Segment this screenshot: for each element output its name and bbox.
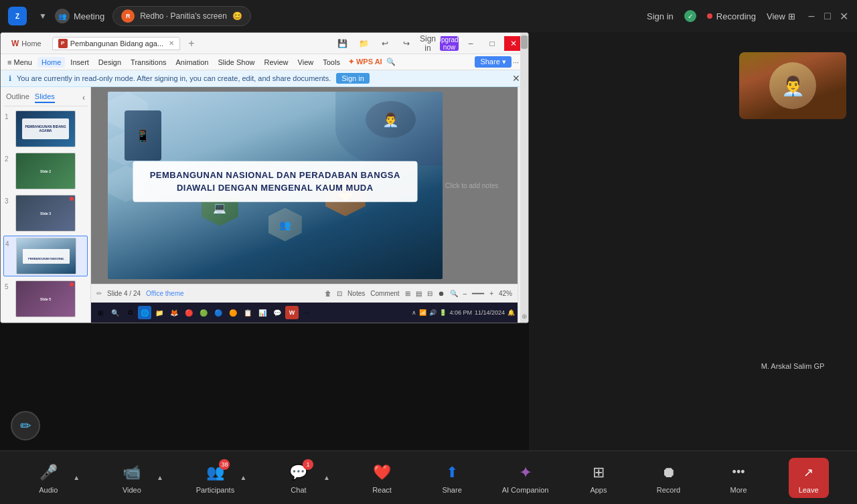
participants-icon-wrap: 👥 38: [204, 462, 226, 483]
start-btn[interactable]: ⊞: [94, 306, 107, 319]
chat-button[interactable]: 💬 1 Chat: [279, 462, 319, 494]
file-explorer-icon[interactable]: 📁: [153, 306, 166, 319]
app-icon-6[interactable]: 📋: [241, 306, 254, 319]
recording-label: Recording: [716, 11, 756, 21]
task-view-btn[interactable]: ⧉: [123, 306, 137, 319]
audio-button[interactable]: 🎤 Audio: [28, 462, 68, 494]
app-icon-wps[interactable]: W: [285, 306, 299, 319]
app-icon-5[interactable]: 🟠: [226, 306, 240, 319]
participants-dropdown[interactable]: ▲: [238, 471, 248, 485]
view-button[interactable]: View ⊞: [767, 11, 795, 21]
wps-toolbar-save[interactable]: 💾: [333, 36, 352, 51]
list-item[interactable]: 2 Slide 2: [3, 151, 88, 191]
meeting-button[interactable]: 👥 Meeting: [55, 9, 104, 23]
wps-ribbon-more[interactable]: ···: [513, 58, 519, 66]
app-icon-3[interactable]: 🟢: [197, 306, 210, 319]
wps-menu-slideshow[interactable]: Slide Show: [214, 57, 258, 68]
wps-maximize-btn[interactable]: □: [483, 36, 501, 51]
screen-share-emoji: 😊: [232, 11, 242, 21]
wps-toolbar-redo[interactable]: ↪: [397, 36, 416, 51]
apps-button[interactable]: ⊞ Apps: [578, 462, 619, 494]
leave-button[interactable]: ↗ Leave: [789, 458, 829, 498]
app-icon-1[interactable]: 🦊: [167, 306, 181, 319]
close-button[interactable]: ✕: [838, 11, 849, 21]
panel-tab-slides[interactable]: Slides: [35, 92, 55, 103]
zoom-icon[interactable]: 🔍: [450, 290, 458, 297]
pencil-float-button[interactable]: ✏: [11, 411, 40, 440]
zoom-in-icon[interactable]: +: [489, 290, 493, 297]
wps-menu-animation[interactable]: Animation: [172, 57, 213, 68]
list-item[interactable]: 1 PEMBANGUNAN BIDANG AGAMA: [3, 109, 88, 149]
audio-dropdown[interactable]: ▲: [71, 471, 82, 485]
list-item[interactable]: 3 Slide 3: [3, 193, 88, 233]
wps-menu-review[interactable]: Review: [260, 57, 292, 68]
add-tab-icon[interactable]: +: [185, 37, 197, 50]
comment-btn[interactable]: Comment: [370, 290, 399, 297]
app-dropdown-icon[interactable]: ▼: [39, 11, 47, 21]
wps-menu-menu[interactable]: ≡ Menu: [3, 57, 36, 68]
info-close-btn[interactable]: ✕: [512, 73, 520, 84]
view-grid-icon[interactable]: ⊞: [405, 290, 410, 297]
delete-icon[interactable]: 🗑: [325, 290, 331, 297]
video-icon: 📹: [121, 462, 143, 483]
notes-btn[interactable]: Notes: [347, 290, 365, 297]
click-to-add-notes[interactable]: Click to add notes: [443, 179, 501, 192]
video-dropdown[interactable]: ▲: [155, 471, 165, 485]
wps-share-btn[interactable]: Share ▾: [475, 56, 511, 68]
crop-icon[interactable]: ⊡: [337, 290, 342, 297]
record-icon-bar[interactable]: ⏺: [438, 290, 445, 297]
add-slide-btn[interactable]: +: [3, 321, 88, 323]
edit-icon: ✏: [96, 290, 102, 297]
zoom-out-icon[interactable]: –: [463, 290, 467, 297]
screen-share-pill[interactable]: R Redho · Panitia's screen 😊: [112, 6, 251, 26]
more-button[interactable]: ••• More: [718, 462, 759, 494]
wps-menu-home[interactable]: Home: [37, 57, 65, 68]
video-button[interactable]: 📹 Video: [112, 462, 152, 494]
ai-companion-button[interactable]: ✦ AI Companion: [502, 462, 549, 494]
minimize-button[interactable]: –: [806, 11, 817, 21]
info-sign-in-btn[interactable]: Sign in: [336, 73, 370, 84]
slide-presenter-icon[interactable]: ⊟: [427, 290, 433, 297]
app-icon-4[interactable]: 🔵: [212, 306, 225, 319]
slide-thumb-3: Slide 3: [15, 195, 76, 232]
office-theme-link[interactable]: Office theme: [146, 290, 184, 297]
sign-in-button[interactable]: Sign in: [647, 11, 674, 21]
taskbar-notification[interactable]: 🔔: [508, 309, 515, 316]
search-taskbar-btn[interactable]: 🔍: [108, 306, 122, 319]
wps-menu-view[interactable]: View: [294, 57, 318, 68]
wps-presentation-tab[interactable]: P Pembangunan Bidang aga... ✕: [52, 37, 180, 50]
edge-icon[interactable]: 🌐: [138, 306, 151, 319]
app-icon-7[interactable]: 📊: [256, 306, 269, 319]
slide-image-2: 📱: [125, 110, 161, 161]
wps-toolbar-open[interactable]: 📁: [354, 36, 373, 51]
list-item[interactable]: 4 PEMBANGUNAN NASIONAL: [3, 236, 88, 276]
list-item[interactable]: 5 Slide 5: [3, 279, 88, 319]
zoom-slider[interactable]: ━━━: [472, 290, 484, 297]
wps-menu-transitions[interactable]: Transitions: [127, 57, 170, 68]
taskbar-chevron-up[interactable]: ∧: [412, 309, 416, 316]
record-button[interactable]: ⏺ Record: [649, 462, 689, 494]
wps-menu-design[interactable]: Design: [94, 57, 125, 68]
share-button[interactable]: ⬆ Share: [432, 462, 472, 494]
maximize-button[interactable]: □: [822, 11, 833, 21]
wps-tab-home[interactable]: W Home: [6, 37, 47, 50]
participants-button[interactable]: 👥 38 Participants: [195, 462, 235, 494]
app-icon-more[interactable]: ···: [300, 306, 313, 319]
panel-toggle-btn[interactable]: ‹: [82, 92, 85, 103]
chat-dropdown[interactable]: ▲: [321, 471, 332, 485]
close-tab-icon[interactable]: ✕: [169, 39, 174, 47]
panel-tab-outline[interactable]: Outline: [6, 92, 29, 103]
slide-thumb-1: PEMBANGUNAN BIDANG AGAMA: [15, 110, 76, 147]
wps-search-btn[interactable]: 🔍: [386, 58, 396, 66]
wps-ai-label[interactable]: ✦ WPS AI: [348, 58, 382, 66]
react-button[interactable]: ❤️ React: [362, 462, 402, 494]
wps-toolbar-undo[interactable]: ↩: [376, 36, 394, 51]
wps-sign-in[interactable]: Sign in: [418, 36, 437, 51]
app-icon-2[interactable]: 🔴: [182, 306, 196, 319]
slide-view-icon[interactable]: ▤: [416, 290, 422, 297]
wps-menu-tools[interactable]: Tools: [319, 57, 344, 68]
wps-minimize-btn[interactable]: –: [461, 36, 480, 51]
wps-menu-insert[interactable]: Insert: [66, 57, 93, 68]
wps-upgrade-btn[interactable]: Upgrade now: [440, 36, 459, 51]
app-icon-8[interactable]: 💬: [270, 306, 284, 319]
